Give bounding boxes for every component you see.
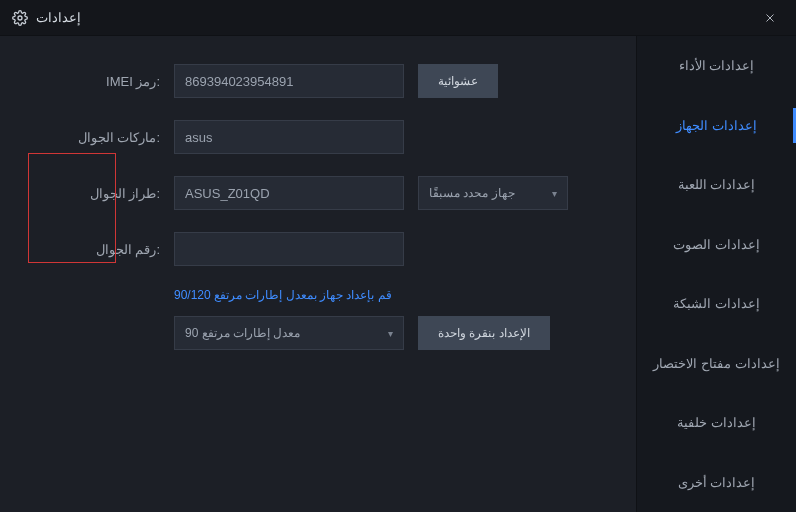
chevron-down-icon: ▾ [388, 328, 393, 339]
sidebar-item-label: إعدادات الجهاز [676, 118, 757, 133]
sidebar-item-network[interactable]: إعدادات الشبكة [637, 274, 796, 334]
label-phone: رقم الجوال: [60, 242, 160, 257]
row-phone: رقم الجوال: [60, 232, 596, 266]
sidebar-item-shortcut[interactable]: إعدادات مفتاح الاختصار [637, 334, 796, 394]
fps-select[interactable]: معدل إطارات مرتفع 90 ▾ [174, 316, 404, 350]
close-button[interactable] [756, 4, 784, 32]
sidebar: إعدادات الأداء إعدادات الجهاز إعدادات ال… [636, 36, 796, 512]
sidebar-item-label: إعدادات الأداء [679, 58, 755, 73]
row-imei: IMEI رمز: عشوائية [60, 64, 596, 98]
label-model: طراز الجوال: [60, 186, 160, 201]
sidebar-item-label: إعدادات مفتاح الاختصار [653, 356, 779, 371]
row-fps: معدل إطارات مرتفع 90 ▾ الإعداد بنقرة واح… [60, 316, 596, 350]
window-title: إعدادات [36, 10, 81, 25]
main: إعدادات الأداء إعدادات الجهاز إعدادات ال… [0, 36, 796, 512]
brand-input[interactable] [174, 120, 404, 154]
chevron-down-icon: ▾ [552, 188, 557, 199]
fps-hint: قم بإعداد جهاز بمعدل إطارات مرتفع 90/120 [174, 288, 596, 302]
select-label: جهاز محدد مسبقًا [429, 186, 515, 200]
phone-input[interactable] [174, 232, 404, 266]
sidebar-item-label: إعدادات اللعبة [678, 177, 756, 192]
sidebar-item-label: إعدادات الشبكة [673, 296, 760, 311]
sidebar-item-label: إعدادات خلفية [677, 415, 756, 430]
model-preset-select[interactable]: جهاز محدد مسبقًا ▾ [418, 176, 568, 210]
titlebar: إعدادات [0, 0, 796, 36]
select-label: معدل إطارات مرتفع 90 [185, 326, 300, 340]
imei-input[interactable] [174, 64, 404, 98]
row-model: طراز الجوال: جهاز محدد مسبقًا ▾ [60, 176, 596, 210]
sidebar-item-label: إعدادات الصوت [673, 237, 760, 252]
label-imei: IMEI رمز: [60, 74, 160, 89]
sidebar-item-game[interactable]: إعدادات اللعبة [637, 155, 796, 215]
sidebar-item-background[interactable]: إعدادات خلفية [637, 393, 796, 453]
titlebar-left: إعدادات [12, 10, 81, 26]
sidebar-item-label: إعدادات أخرى [678, 475, 756, 490]
sidebar-item-performance[interactable]: إعدادات الأداء [637, 36, 796, 96]
content: IMEI رمز: عشوائية ماركات الجوال: طراز ال… [0, 36, 636, 512]
gear-icon [12, 10, 28, 26]
row-brand: ماركات الجوال: [60, 120, 596, 154]
label-brand: ماركات الجوال: [60, 130, 160, 145]
sidebar-item-audio[interactable]: إعدادات الصوت [637, 215, 796, 275]
svg-point-0 [18, 16, 22, 20]
random-button[interactable]: عشوائية [418, 64, 498, 98]
sidebar-item-other[interactable]: إعدادات أخرى [637, 453, 796, 513]
one-click-button[interactable]: الإعداد بنقرة واحدة [418, 316, 550, 350]
model-input[interactable] [174, 176, 404, 210]
sidebar-item-device[interactable]: إعدادات الجهاز [637, 96, 796, 156]
